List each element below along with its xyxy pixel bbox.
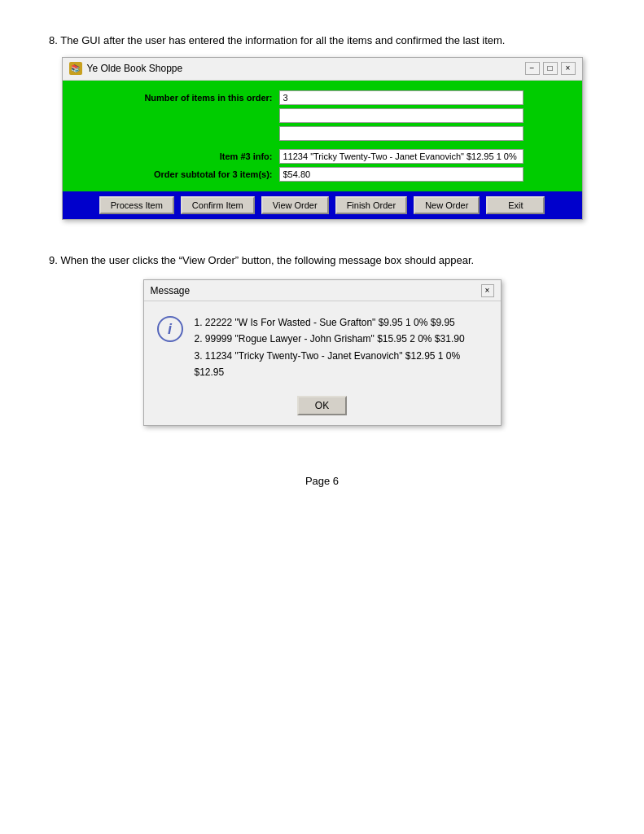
- msg-body: i 1. 22222 "W Is For Wasted - Sue Grafto…: [144, 301, 501, 389]
- page-number: Page 6: [49, 475, 595, 487]
- confirm-item-button[interactable]: Confirm Item: [181, 196, 255, 214]
- msg-line-1: 1. 22222 "W Is For Wasted - Sue Grafton"…: [195, 314, 488, 331]
- window-title: Ye Olde Book Shoppe: [87, 63, 183, 74]
- minimize-button[interactable]: −: [525, 62, 540, 75]
- msg-title: Message: [151, 285, 191, 296]
- window-app-icon: 📚: [69, 62, 82, 75]
- process-item-button[interactable]: Process Item: [99, 196, 174, 214]
- subtotal-input[interactable]: [279, 167, 524, 182]
- num-items-input[interactable]: [279, 90, 524, 105]
- item3-label: Item #3 info:: [76, 151, 279, 161]
- msg-footer: OK: [144, 389, 501, 425]
- view-order-button[interactable]: View Order: [261, 196, 329, 214]
- message-box: Message × i 1. 22222 "W Is For Wasted - …: [143, 279, 502, 426]
- close-button[interactable]: ×: [561, 62, 576, 75]
- msg-close-button[interactable]: ×: [481, 284, 494, 297]
- subtotal-label: Order subtotal for 3 item(s):: [76, 169, 279, 179]
- section9-label: 9. When the user clicks the “View Order”…: [49, 252, 595, 269]
- window-title-left: 📚 Ye Olde Book Shoppe: [69, 62, 183, 75]
- item3-row: Item #3 info:: [76, 149, 569, 164]
- empty-row-2: [76, 126, 569, 141]
- empty-input-1[interactable]: [279, 108, 524, 123]
- section8-label: 8. The GUI after the user has entered th…: [49, 33, 595, 49]
- msg-line-3: 3. 11234 "Tricky Twenty-Two - Janet Evan…: [195, 348, 488, 381]
- window-titlebar: 📚 Ye Olde Book Shoppe − □ ×: [63, 58, 582, 81]
- finish-order-button[interactable]: Finish Order: [335, 196, 408, 214]
- window-footer: Process Item Confirm Item View Order Fin…: [63, 191, 582, 219]
- window-controls: − □ ×: [525, 62, 576, 75]
- msg-content: 1. 22222 "W Is For Wasted - Sue Grafton"…: [195, 314, 488, 381]
- msg-line-2: 2. 99999 "Rogue Lawyer - John Grisham" $…: [195, 331, 488, 347]
- exit-button[interactable]: Exit: [486, 196, 545, 214]
- message-box-wrapper: Message × i 1. 22222 "W Is For Wasted - …: [49, 279, 595, 426]
- msg-ok-button[interactable]: OK: [297, 396, 347, 415]
- num-items-label: Number of items in this order:: [76, 93, 279, 103]
- num-items-row: Number of items in this order:: [76, 90, 569, 105]
- maximize-button[interactable]: □: [543, 62, 558, 75]
- item3-input[interactable]: [279, 149, 524, 164]
- empty-input-2[interactable]: [279, 126, 524, 141]
- info-icon: i: [157, 316, 183, 342]
- msg-titlebar: Message ×: [144, 280, 501, 301]
- new-order-button[interactable]: New Order: [414, 196, 480, 214]
- empty-row-1: [76, 108, 569, 123]
- gui-window: 📚 Ye Olde Book Shoppe − □ × Number of it…: [62, 57, 583, 220]
- subtotal-row: Order subtotal for 3 item(s):: [76, 167, 569, 182]
- window-body: Number of items in this order: Item #3 i…: [63, 81, 582, 191]
